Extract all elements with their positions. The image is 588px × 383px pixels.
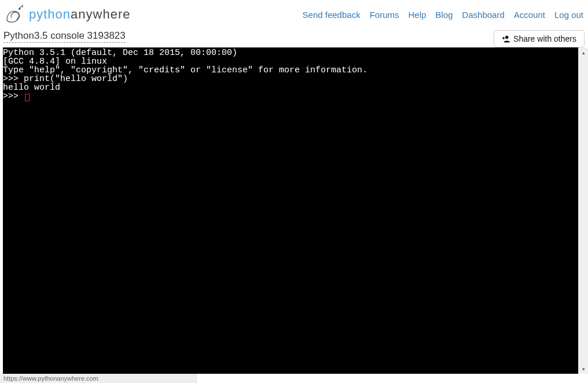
scroll-up-button[interactable]: ▴ — [579, 47, 588, 57]
nav-blog[interactable]: Blog — [435, 10, 453, 20]
terminal-line: hello world — [3, 83, 578, 92]
snake-icon — [3, 4, 25, 25]
nav-help[interactable]: Help — [408, 10, 426, 20]
terminal-line: Python 3.5.1 (default, Dec 18 2015, 00:0… — [3, 49, 578, 57]
terminal-prompt-line: >>> — [3, 92, 578, 101]
svg-point-1 — [505, 36, 508, 39]
add-user-icon — [502, 35, 510, 43]
nav-account[interactable]: Account — [514, 10, 545, 20]
terminal-line: [GCC 4.8.4] on linux — [3, 57, 578, 66]
header: pythonanywhere Send feedback Forums Help… — [0, 0, 588, 28]
cursor-icon — [25, 94, 30, 101]
nav-logout[interactable]: Log out — [554, 10, 583, 20]
subheader: Python3.5 console 3193823 Share with oth… — [0, 28, 588, 43]
terminal-line: Type "help", "copyright", "credits" or "… — [3, 66, 578, 75]
status-bar: https://www.pythonanywhere.com — [0, 374, 197, 383]
nav-dashboard[interactable]: Dashboard — [462, 10, 504, 20]
nav-send-feedback[interactable]: Send feedback — [303, 10, 361, 20]
console-title[interactable]: Python3.5 console 3193823 — [3, 30, 126, 43]
logo[interactable]: pythonanywhere — [3, 4, 130, 25]
logo-text: pythonanywhere — [29, 7, 130, 22]
share-button-label: Share with others — [513, 34, 576, 43]
terminal-line: >>> print("hello world") — [3, 75, 578, 83]
terminal-container: Python 3.5.1 (default, Dec 18 2015, 00:0… — [3, 47, 588, 374]
share-button[interactable]: Share with others — [494, 30, 585, 47]
terminal[interactable]: Python 3.5.1 (default, Dec 18 2015, 00:0… — [3, 47, 578, 374]
top-nav: Send feedback Forums Help Blog Dashboard… — [303, 10, 585, 20]
nav-forums[interactable]: Forums — [370, 10, 399, 20]
scroll-down-button[interactable]: ▾ — [579, 364, 588, 374]
svg-rect-3 — [503, 37, 504, 39]
svg-point-0 — [19, 8, 20, 9]
vertical-scrollbar[interactable]: ▴ ▾ — [578, 47, 588, 374]
